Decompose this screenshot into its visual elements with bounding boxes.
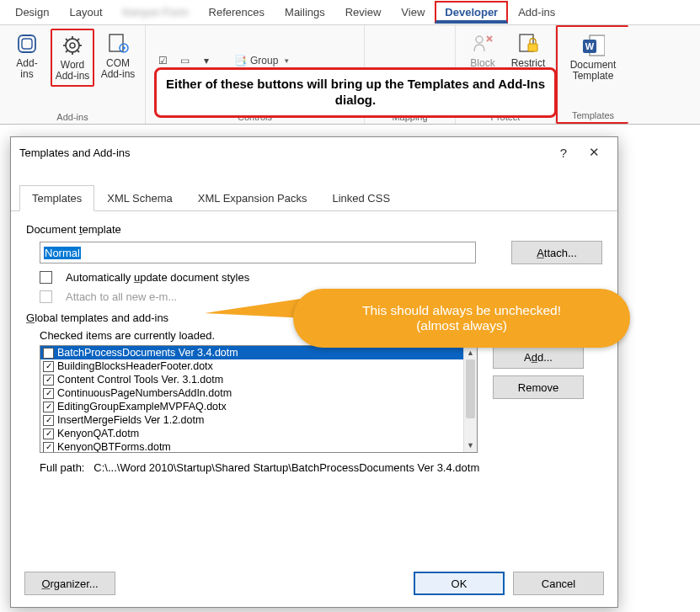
- tab-references[interactable]: References: [199, 1, 275, 24]
- list-item[interactable]: ✓BuildingBlocksHeaderFooter.dotx: [40, 359, 463, 373]
- organizer-button[interactable]: Organizer...: [24, 572, 115, 595]
- dialog-footer: Organizer... OK Cancel: [11, 563, 617, 607]
- tab-blurred[interactable]: Kenyon Form: [113, 1, 199, 24]
- document-template-label: Document template: [26, 223, 602, 236]
- control-dropdown[interactable]: ▾: [196, 52, 216, 69]
- svg-rect-19: [528, 44, 537, 51]
- item-checkbox[interactable]: ✓: [43, 415, 54, 426]
- scroll-down-icon[interactable]: ▼: [464, 439, 477, 452]
- dlg-tab-linkedcss[interactable]: Linked CSS: [319, 185, 403, 211]
- add-button[interactable]: Add...: [493, 345, 584, 369]
- templates-addins-dialog: Templates and Add-ins ? ✕ Templates XML …: [10, 136, 618, 608]
- document-template-input[interactable]: Normal: [40, 242, 476, 263]
- help-button[interactable]: ?: [548, 141, 579, 164]
- svg-rect-0: [19, 35, 35, 52]
- tab-addins[interactable]: Add-ins: [508, 1, 565, 24]
- svg-line-8: [66, 39, 68, 41]
- svg-point-3: [70, 43, 75, 48]
- ribbon: Add- ins Word Add-ins COM Add-ins Add-in…: [0, 25, 700, 125]
- com-addins-label: COM Add-ins: [101, 58, 136, 80]
- fullpath-label: Full path:: [40, 461, 84, 474]
- addins-icon: [15, 32, 39, 56]
- control-group[interactable]: 📑Group▼: [230, 52, 293, 69]
- dlg-tab-templates[interactable]: Templates: [19, 185, 94, 211]
- svg-line-11: [66, 50, 68, 52]
- annotation-ribbon: Either of these buttons will bring up th…: [154, 67, 557, 118]
- dialog-body: Document template Normal Attach... Autom…: [11, 211, 617, 563]
- item-checkbox[interactable]: ✓: [43, 348, 54, 359]
- svg-point-15: [476, 36, 483, 43]
- group-templates: W Document Template Templates: [556, 25, 628, 124]
- item-checkbox[interactable]: ✓: [43, 361, 54, 372]
- auto-update-checkbox[interactable]: [40, 271, 52, 284]
- auto-update-label: Automatically update document styles: [66, 271, 249, 284]
- control-checkbox[interactable]: ☑: [152, 52, 173, 69]
- com-addins-button[interactable]: COM Add-ins: [96, 29, 140, 83]
- item-checkbox[interactable]: ✓: [43, 375, 54, 386]
- callout-line1: This should always be unchecked!: [362, 303, 561, 318]
- item-checkbox[interactable]: ✓: [43, 388, 54, 399]
- tab-developer[interactable]: Developer: [435, 1, 508, 24]
- tab-design[interactable]: Design: [5, 1, 59, 24]
- chevron-down-icon: ▼: [283, 57, 290, 65]
- tab-layout[interactable]: Layout: [59, 1, 112, 24]
- close-button[interactable]: ✕: [579, 141, 609, 164]
- addins-listbox[interactable]: ✓BatchProcessDocuments Ver 3.4.dotm ✓Bui…: [40, 345, 478, 453]
- attach-all-label: Attach to all new e-m...: [66, 290, 177, 303]
- svg-point-14: [122, 46, 126, 50]
- scroll-up-icon[interactable]: ▲: [464, 346, 477, 359]
- com-addins-icon: [106, 32, 130, 56]
- list-item[interactable]: ✓BatchProcessDocuments Ver 3.4.dotm: [40, 346, 463, 359]
- block-authors-icon: [471, 32, 494, 56]
- group-addins: Add- ins Word Add-ins COM Add-ins Add-in…: [0, 25, 146, 124]
- tab-review[interactable]: Review: [335, 1, 392, 24]
- annotation-callout: This should always be unchecked! (almost…: [293, 289, 630, 348]
- list-item[interactable]: ✓Content Control Tools Ver. 3.1.dotm: [40, 373, 463, 386]
- tab-view[interactable]: View: [391, 1, 435, 24]
- group-addins-label: Add-ins: [56, 110, 88, 122]
- fullpath: Full path: C:\...\Word 2010\Startup\Shar…: [26, 461, 602, 474]
- dialog-title: Templates and Add-ins: [19, 146, 548, 159]
- gear-icon: [61, 34, 84, 57]
- callout-tail: [205, 298, 306, 318]
- svg-rect-12: [110, 35, 123, 51]
- addins-button[interactable]: Add- ins: [5, 29, 49, 83]
- dlg-tab-xmlschema[interactable]: XML Schema: [94, 185, 185, 211]
- document-template-label: Document Template: [570, 60, 617, 82]
- cancel-button[interactable]: Cancel: [513, 572, 604, 595]
- scrollbar[interactable]: ▲ ▼: [463, 346, 477, 452]
- lock-icon: [516, 32, 540, 56]
- ok-button[interactable]: OK: [414, 572, 505, 595]
- svg-line-10: [77, 39, 79, 41]
- attach-all-checkbox: [40, 290, 52, 303]
- list-item[interactable]: ✓KenyonQAT.dotm: [40, 427, 463, 440]
- word-addins-button[interactable]: Word Add-ins: [51, 29, 94, 87]
- svg-line-9: [77, 50, 79, 52]
- word-addins-label: Word Add-ins: [56, 60, 90, 82]
- document-template-value: Normal: [44, 247, 81, 259]
- word-doc-icon: W: [581, 34, 605, 57]
- tab-mailings[interactable]: Mailings: [275, 1, 335, 24]
- dlg-tab-xmlexp[interactable]: XML Expansion Packs: [185, 185, 320, 211]
- list-item[interactable]: ✓KenyonQBTForms.dotm: [40, 440, 463, 452]
- item-checkbox[interactable]: ✓: [43, 442, 54, 453]
- group-templates-label: Templates: [572, 109, 614, 120]
- list-item[interactable]: ✓EditingGroupExampleMVPFAQ.dotx: [40, 400, 463, 413]
- item-checkbox[interactable]: ✓: [43, 402, 54, 412]
- item-checkbox[interactable]: ✓: [43, 428, 54, 439]
- control-combobox[interactable]: ▭: [174, 52, 195, 69]
- attach-button[interactable]: Attach...: [511, 241, 602, 264]
- dialog-tabs: Templates XML Schema XML Expansion Packs…: [11, 184, 617, 211]
- document-template-button[interactable]: W Document Template: [563, 30, 623, 85]
- remove-button[interactable]: Remove: [493, 375, 584, 399]
- addins-label: Add- ins: [16, 58, 37, 80]
- list-item[interactable]: ✓InsertMergeFields Ver 1.2.dotm: [40, 413, 463, 427]
- list-item[interactable]: ✓ContinuousPageNumbersAddIn.dotm: [40, 386, 463, 400]
- titlebar: Templates and Add-ins ? ✕: [11, 137, 617, 168]
- callout-line2: (almost always): [416, 318, 507, 333]
- close-icon: ✕: [589, 145, 600, 160]
- svg-text:W: W: [585, 41, 595, 51]
- svg-rect-1: [22, 39, 32, 49]
- scroll-thumb[interactable]: [466, 359, 475, 418]
- ribbon-tabs: Design Layout Kenyon Form References Mai…: [0, 0, 700, 25]
